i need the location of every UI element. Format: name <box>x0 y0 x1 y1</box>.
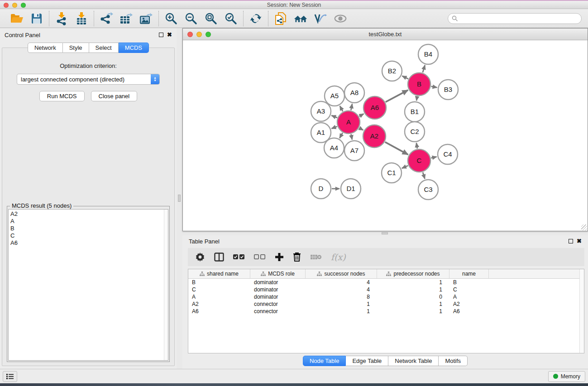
tab-style[interactable]: Style <box>63 43 89 53</box>
window-controls[interactable] <box>4 3 26 8</box>
graph-edge-B-B4[interactable] <box>423 65 425 72</box>
close-panel-icon[interactable]: ✖ <box>167 33 172 37</box>
graph-edge-C-C3[interactable] <box>423 172 425 179</box>
manual-icon[interactable] <box>274 12 287 25</box>
tab-network[interactable]: Network <box>28 43 63 53</box>
cite-icon[interactable] <box>314 12 327 25</box>
graph-edge-B-B3[interactable] <box>431 86 437 87</box>
close-panel-button[interactable]: Close panel <box>91 91 138 101</box>
close-table-panel-icon[interactable]: ✖ <box>577 239 582 243</box>
graph-node-A6[interactable]: A6 <box>363 96 386 119</box>
graph-edge-A2-C[interactable] <box>385 142 408 155</box>
tab-select[interactable]: Select <box>89 43 119 53</box>
graph-edge-A-A7[interactable] <box>351 134 352 139</box>
import-table-icon[interactable] <box>75 12 88 25</box>
minimize-window-icon[interactable] <box>12 3 17 8</box>
graph-edge-A-A1[interactable] <box>331 127 337 129</box>
select-all-icon[interactable] <box>233 254 245 260</box>
graph-node-B3[interactable]: B3 <box>438 80 458 100</box>
maximize-window-icon[interactable] <box>21 3 26 8</box>
column-header-name[interactable]: name <box>449 269 489 278</box>
column-visibility-icon[interactable] <box>214 253 224 262</box>
tab-edge-table[interactable]: Edge Table <box>346 356 388 366</box>
list-item[interactable]: B <box>10 225 164 232</box>
graph-node-A5[interactable]: A5 <box>325 86 344 106</box>
graph-node-D1[interactable]: D1 <box>341 179 361 199</box>
zoom-in-icon[interactable] <box>164 12 178 25</box>
graph-node-B1[interactable]: B1 <box>405 102 425 122</box>
tab-mcds[interactable]: MCDS <box>119 43 149 53</box>
graph-node-A8[interactable]: A8 <box>344 83 364 103</box>
column-header-predecessor-nodes[interactable]: predecessor nodes <box>377 269 449 278</box>
table-scrollbar[interactable] <box>579 269 584 353</box>
network-window-title-bar[interactable]: testGlobe.txt <box>183 29 588 40</box>
float-table-panel-icon[interactable] <box>569 239 573 243</box>
inspector-eye-icon[interactable] <box>334 12 347 25</box>
memory-button[interactable]: Memory <box>548 371 585 382</box>
graph-node-C3[interactable]: C3 <box>418 180 438 200</box>
graph-node-A[interactable]: A <box>337 111 360 133</box>
graph-edge-A-A6[interactable] <box>359 114 364 116</box>
table-row[interactable]: C dominator 4 1 C <box>188 286 579 293</box>
export-network-icon[interactable] <box>100 12 113 25</box>
graph-edge-B-B2[interactable] <box>402 76 408 79</box>
panel-splitter[interactable] <box>177 28 182 369</box>
network-graph[interactable]: B4B2BB3A8A5A6A3B1AA1C2A2A4A7C4CC1C3DD1 <box>183 40 587 231</box>
minimize-network-icon[interactable] <box>196 32 202 37</box>
save-session-icon[interactable] <box>30 12 43 25</box>
home-icon[interactable] <box>294 12 307 25</box>
zoom-fit-icon[interactable] <box>204 12 218 25</box>
column-header-successor-nodes[interactable]: successor nodes <box>306 269 377 278</box>
run-mcds-button[interactable]: Run MCDS <box>39 91 85 101</box>
open-file-icon[interactable] <box>10 12 24 25</box>
table-row[interactable]: A6 connector 1 1 A6 <box>188 308 579 315</box>
graph-node-C[interactable]: C <box>408 149 430 172</box>
float-panel-icon[interactable] <box>159 33 163 37</box>
graph-node-A3[interactable]: A3 <box>311 101 331 121</box>
graph-edge-A-A5[interactable] <box>340 106 343 111</box>
delete-column-icon[interactable] <box>293 252 301 262</box>
graph-edge-C-C4[interactable] <box>431 157 436 158</box>
graph-node-B2[interactable]: B2 <box>382 61 402 81</box>
graph-node-C1[interactable]: C1 <box>382 163 402 183</box>
tab-motifs[interactable]: Motifs <box>439 356 468 366</box>
mcds-result-list[interactable]: A2 A B C A6 <box>9 210 164 360</box>
maximize-network-icon[interactable] <box>206 32 211 37</box>
column-header-mcds-role[interactable]: MCDS role <box>250 269 306 278</box>
delete-table-icon[interactable] <box>310 253 322 261</box>
graph-edge-C-C1[interactable] <box>402 166 408 168</box>
graph-edge-B-B1[interactable] <box>416 96 417 101</box>
graph-node-A7[interactable]: A7 <box>344 141 364 161</box>
table-row[interactable]: A2 connector 1 1 A2 <box>188 300 579 308</box>
graph-node-D[interactable]: D <box>311 179 331 199</box>
search-input[interactable] <box>460 14 581 23</box>
graph-edge-A-A2[interactable] <box>359 128 363 130</box>
criterion-dropdown[interactable]: largest connected component (directed) ▲… <box>17 74 160 85</box>
settings-gear-icon[interactable] <box>195 252 205 262</box>
list-item[interactable]: A6 <box>10 239 164 247</box>
graph-edge-C-C2[interactable] <box>416 143 417 149</box>
tab-network-table[interactable]: Network Table <box>388 356 439 366</box>
list-item[interactable]: A <box>10 218 164 225</box>
graph-edge-A6-B[interactable] <box>386 90 408 102</box>
mdi-scroll-knob[interactable] <box>382 232 388 234</box>
deselect-all-icon[interactable] <box>254 254 266 260</box>
refresh-icon[interactable] <box>249 12 263 25</box>
list-item[interactable]: C <box>10 232 164 239</box>
zoom-out-icon[interactable] <box>184 12 198 25</box>
list-item[interactable]: A2 <box>10 210 164 218</box>
result-scrollbar[interactable] <box>164 210 168 360</box>
search-field[interactable] <box>448 13 582 24</box>
task-history-button[interactable] <box>3 371 17 382</box>
graph-node-A4[interactable]: A4 <box>324 138 344 158</box>
window-resize-grip[interactable] <box>581 224 587 230</box>
column-header-shared-name[interactable]: shared name <box>188 269 250 278</box>
graph-node-B[interactable]: B <box>408 73 430 95</box>
close-window-icon[interactable] <box>4 3 9 8</box>
network-canvas[interactable]: B4B2BB3A8A5A6A3B1AA1C2A2A4A7C4CC1C3DD1 <box>183 40 588 231</box>
import-network-icon[interactable] <box>55 12 68 25</box>
graph-node-B4[interactable]: B4 <box>418 44 438 64</box>
table-row[interactable]: A dominator 8 0 A <box>188 293 579 300</box>
graph-node-A2[interactable]: A2 <box>363 125 386 148</box>
add-column-icon[interactable] <box>275 253 284 262</box>
